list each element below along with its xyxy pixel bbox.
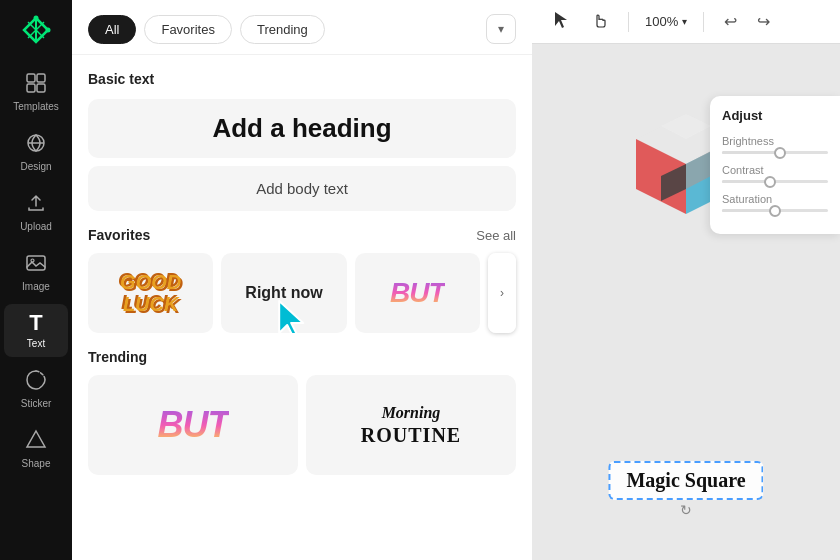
sidebar: Templates Design Upload [0,0,72,560]
canvas-area: 100% ▾ ↩ ↪ M [532,0,840,560]
svg-rect-5 [37,84,45,92]
refresh-icon[interactable]: ↻ [680,502,692,518]
basic-text-section-title: Basic text [88,71,516,87]
contrast-slider[interactable] [722,180,828,183]
toolbar-divider [628,12,629,32]
sidebar-item-upload-label: Upload [20,221,52,232]
cursor-tool-button[interactable] [548,7,574,37]
svg-rect-4 [27,84,35,92]
design-icon [25,132,47,157]
sidebar-item-design-label: Design [20,161,51,172]
sidebar-item-text-label: Text [27,338,45,349]
text-panel: All Favorites Trending ▾ Basic text Add … [72,0,532,560]
canvas-content: Magic Square ↻ Adjust Brightness Contras… [532,44,840,560]
chevron-down-icon: ▾ [498,22,504,36]
tab-chevron[interactable]: ▾ [486,14,516,44]
panel-content: Basic text Add a heading Add body text F… [72,55,532,560]
image-icon [25,252,47,277]
zoom-value: 100% [645,14,678,29]
zoom-control[interactable]: 100% ▾ [645,14,687,29]
sidebar-item-design[interactable]: Design [4,124,68,180]
sidebar-item-sticker-label: Sticker [21,398,52,409]
magic-square-text: Magic Square [626,469,745,491]
brightness-slider[interactable] [722,151,828,154]
svg-rect-7 [27,256,45,270]
sidebar-item-templates[interactable]: Templates [4,64,68,120]
tab-all[interactable]: All [88,15,136,44]
chevron-right-icon: › [500,286,504,300]
sticker-icon [25,369,47,394]
sidebar-item-shape[interactable]: Shape [4,421,68,477]
good-luck-text: GOOD LUCK [120,271,181,315]
favorites-grid: GOOD LUCK Right now BUT › [88,253,516,333]
redo-button[interactable]: ↪ [753,8,774,35]
shape-icon [25,429,47,454]
sidebar-item-text[interactable]: T Text [4,304,68,357]
add-heading-card[interactable]: Add a heading [88,99,516,158]
but-trending-text: BUT [158,404,229,446]
svg-rect-3 [37,74,45,82]
see-all-button[interactable]: See all [476,228,516,243]
tab-trending[interactable]: Trending [240,15,325,44]
adjust-panel: Adjust Brightness Contrast Saturation [710,96,840,234]
trend-item-but[interactable]: BUT [88,375,298,475]
fav-item-good-luck[interactable]: GOOD LUCK [88,253,213,333]
logo[interactable] [18,12,54,48]
undo-button[interactable]: ↩ [720,8,741,35]
sidebar-item-shape-label: Shape [22,458,51,469]
sidebar-item-sticker[interactable]: Sticker [4,361,68,417]
trending-header: Trending [88,349,516,365]
hand-tool-button[interactable] [586,7,612,37]
svg-point-0 [34,16,39,21]
upload-icon [25,192,47,217]
toolbar-divider-2 [703,12,704,32]
fav-item-but[interactable]: BUT [355,253,480,333]
morning-routine-text: Morning ROUTINE [361,403,461,446]
trend-item-morning-routine[interactable]: Morning ROUTINE [306,375,516,475]
svg-point-1 [46,28,51,33]
svg-marker-10 [279,301,303,333]
favorites-section-title: Favorites [88,227,150,243]
add-body-label: Add body text [256,180,348,197]
sidebar-item-image-label: Image [22,281,50,292]
magic-square-label[interactable]: Magic Square [608,461,763,500]
text-icon: T [29,312,42,334]
svg-marker-9 [27,431,45,447]
adjust-title: Adjust [722,108,828,123]
saturation-row: Saturation [722,193,828,212]
cursor-icon [273,297,309,333]
but-text: BUT [390,277,445,309]
zoom-chevron-icon: ▾ [682,16,687,27]
add-body-text-card[interactable]: Add body text [88,166,516,211]
sidebar-item-upload[interactable]: Upload [4,184,68,240]
saturation-label: Saturation [722,193,828,205]
templates-icon [25,72,47,97]
favorites-next-button[interactable]: › [488,253,516,333]
brightness-label: Brightness [722,135,828,147]
saturation-slider[interactable] [722,209,828,212]
sidebar-item-image[interactable]: Image [4,244,68,300]
contrast-row: Contrast [722,164,828,183]
fav-item-right-now[interactable]: Right now [221,253,346,333]
favorites-header: Favorites See all [88,227,516,243]
trending-grid: BUT Morning ROUTINE [88,375,516,475]
brightness-row: Brightness [722,135,828,154]
trending-section-title: Trending [88,349,147,365]
add-heading-label: Add a heading [212,113,391,143]
canvas-toolbar: 100% ▾ ↩ ↪ [532,0,840,44]
svg-rect-2 [27,74,35,82]
sidebar-item-templates-label: Templates [13,101,59,112]
tab-favorites[interactable]: Favorites [144,15,231,44]
contrast-label: Contrast [722,164,828,176]
svg-marker-11 [555,12,567,28]
panel-tabs: All Favorites Trending ▾ [72,0,532,55]
